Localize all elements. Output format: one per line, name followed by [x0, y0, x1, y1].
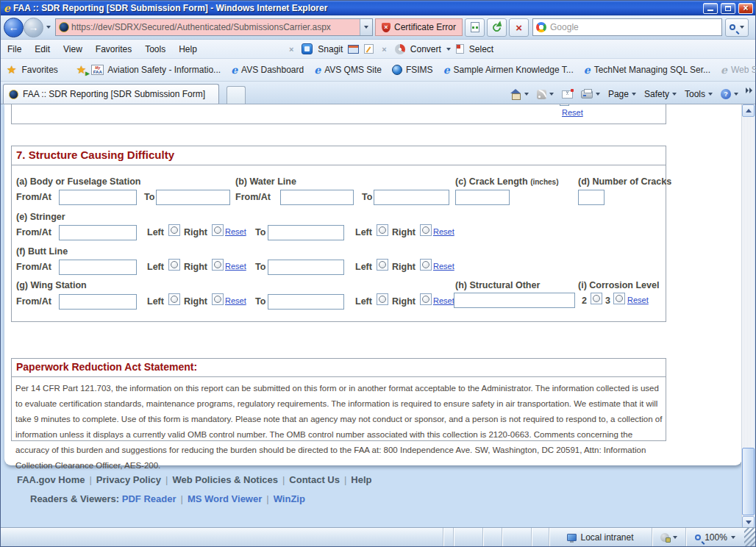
recent-pages-dropdown-icon[interactable] [46, 26, 51, 29]
stringer-to-input[interactable] [268, 225, 344, 240]
close-snagit-toolbar-icon[interactable]: × [286, 45, 296, 54]
resize-grip[interactable] [744, 528, 755, 546]
structural-other-input[interactable] [454, 293, 575, 308]
convert-button[interactable]: Convert [410, 44, 441, 54]
read-mail-button[interactable] [559, 89, 576, 100]
footer-link-web-policies[interactable]: Web Policies & Notices [172, 474, 278, 485]
stringer-to-right-radio[interactable] [420, 224, 432, 236]
footer-link-help[interactable]: Help [351, 474, 371, 485]
compatibility-view-button[interactable] [465, 18, 485, 37]
wingstation-from-left-radio[interactable] [168, 293, 180, 305]
corrosion-level-2-radio[interactable] [591, 293, 602, 304]
waterline-to-input[interactable] [374, 190, 449, 205]
stringer-from-input[interactable] [59, 225, 137, 240]
favorite-item-technet[interactable]: e TechNet Managing SQL Ser... [579, 65, 716, 75]
stringer-from-reset-link[interactable]: Reset [225, 227, 246, 236]
toolbar-overflow-icon[interactable] [746, 87, 752, 93]
wingstation-to-right-radio[interactable] [420, 293, 432, 305]
footer-link-pdf-reader[interactable]: PDF Reader [122, 493, 176, 504]
refresh-button[interactable] [487, 18, 507, 37]
tab-sdr-reporting[interactable]: FAA :: SDR Reporting [SDR Submission For… [3, 84, 219, 104]
menu-edit[interactable]: Edit [28, 41, 57, 57]
safety-menu-button[interactable]: Safety [641, 87, 680, 101]
add-favorite-icon[interactable]: ★▸ [76, 63, 86, 76]
wingstation-from-right-radio[interactable] [212, 293, 224, 305]
footer-link-winzip[interactable]: WinZip [274, 493, 305, 504]
corrosion-reset-link[interactable]: Reset [627, 296, 649, 304]
wingstation-to-input[interactable] [268, 294, 344, 310]
scrollbar-thumb[interactable] [742, 448, 755, 515]
wingstation-to-left-radio[interactable] [377, 293, 388, 305]
buttline-to-left-radio[interactable] [377, 259, 388, 271]
snagit-button[interactable]: Snagit [318, 44, 343, 54]
buttline-to-right-radio[interactable] [420, 259, 432, 271]
wingstation-from-reset-link[interactable]: Reset [225, 296, 246, 305]
forward-button[interactable]: → [24, 18, 43, 37]
favorite-item-avs-qms[interactable]: e AVS QMS Site [309, 65, 387, 75]
snagit-window-icon[interactable] [348, 45, 359, 54]
search-button[interactable] [725, 18, 749, 37]
wingstation-from-input[interactable] [59, 294, 137, 310]
stop-button[interactable]: × [509, 18, 529, 37]
fuselage-from-input[interactable] [59, 190, 137, 205]
buttline-to-input[interactable] [268, 260, 344, 275]
favorites-button[interactable]: Favorites [16, 65, 63, 75]
wingstation-to-reset-link[interactable]: Reset [433, 296, 454, 305]
menu-tools[interactable]: Tools [138, 41, 172, 57]
new-tab-button[interactable] [227, 86, 246, 104]
buttline-from-left-radio[interactable] [168, 259, 180, 271]
favorite-item-sample-airmen[interactable]: e Sample Airmen Knowledge T... [438, 65, 579, 75]
footer-link-contact[interactable]: Contact Us [289, 474, 340, 485]
favorite-item-fsims[interactable]: FSIMS [387, 65, 438, 75]
snagit-profile-icon[interactable] [364, 44, 374, 54]
feeds-button[interactable] [534, 88, 557, 101]
menu-favorites[interactable]: Favorites [89, 41, 138, 57]
stringer-to-left-radio[interactable] [377, 224, 388, 236]
corrosion-level-3-radio[interactable] [613, 293, 625, 304]
stringer-from-right-radio[interactable] [212, 224, 224, 236]
buttline-from-input[interactable] [59, 260, 137, 275]
stringer-to-reset-link[interactable]: Reset [433, 227, 454, 236]
vertical-scrollbar[interactable] [741, 104, 755, 527]
search-input[interactable] [550, 22, 718, 32]
select-button[interactable]: Select [469, 44, 493, 54]
minimize-button[interactable] [703, 3, 718, 14]
address-input[interactable] [69, 22, 360, 32]
waterline-from-input[interactable] [280, 190, 354, 205]
restore-button[interactable] [721, 3, 735, 14]
stringer-from-left-radio[interactable] [168, 224, 180, 236]
page-menu-button[interactable]: Page [605, 87, 639, 101]
scroll-down-button[interactable] [742, 516, 755, 527]
zoom-control[interactable]: 100% [685, 528, 744, 546]
certificate-error-badge[interactable]: Certificate Error [375, 18, 463, 36]
footer-link-faa-home[interactable]: FAA.gov Home [17, 474, 85, 485]
zoom-dropdown-icon[interactable] [731, 536, 735, 539]
close-adobe-toolbar-icon[interactable]: × [379, 45, 389, 54]
previous-section-checkbox[interactable] [560, 104, 569, 106]
favorite-item-aviation-safety[interactable]: MyFAA Aviation Safety - Informatio... [86, 65, 226, 75]
tools-menu-button[interactable]: Tools [682, 87, 716, 101]
scroll-up-button[interactable] [742, 104, 755, 117]
num-cracks-input[interactable] [578, 190, 605, 205]
search-box[interactable] [532, 18, 722, 36]
buttline-from-reset-link[interactable]: Reset [225, 262, 246, 271]
menu-view[interactable]: View [57, 41, 89, 57]
address-bar[interactable] [55, 18, 373, 36]
previous-section-reset-link[interactable]: Reset [562, 108, 583, 117]
print-button[interactable] [578, 89, 603, 100]
favorite-item-avs-dashboard[interactable]: e AVS Dashboard [226, 65, 309, 75]
protected-mode-button[interactable] [652, 528, 685, 546]
close-button[interactable] [738, 3, 753, 14]
footer-link-ms-word-viewer[interactable]: MS Word Viewer [188, 493, 262, 504]
buttline-from-right-radio[interactable] [212, 259, 224, 271]
address-dropdown-button[interactable] [360, 19, 372, 35]
buttline-to-reset-link[interactable]: Reset [433, 262, 454, 271]
home-button[interactable] [507, 88, 532, 100]
convert-dropdown-icon[interactable] [446, 48, 451, 51]
fuselage-to-input[interactable] [156, 190, 230, 205]
back-button[interactable]: ← [4, 18, 24, 37]
crack-length-input[interactable] [455, 190, 510, 205]
help-menu-button[interactable]: ? [718, 87, 741, 101]
search-options-dropdown-icon[interactable] [740, 26, 744, 29]
menu-file[interactable]: File [1, 41, 28, 57]
